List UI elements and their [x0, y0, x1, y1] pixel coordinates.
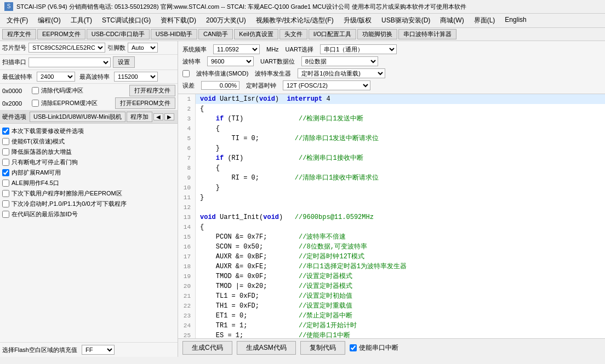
- line-content-2: {: [196, 104, 204, 114]
- main-layout: 芯片型号 STC89C52RC/LE52RC 引脚数 Auto 扫描串口 设置 …: [0, 41, 605, 357]
- line-num-10: 10: [178, 183, 196, 193]
- gen-asm-button[interactable]: 生成ASM代码: [237, 341, 296, 355]
- hw-scroll-right[interactable]: ▶: [164, 113, 174, 120]
- checkbox-3[interactable]: [2, 159, 9, 166]
- enable-interrupt-checkbox[interactable]: [350, 344, 357, 351]
- menu-item-7[interactable]: 升级/版权: [339, 15, 376, 26]
- toolbar-btn-0[interactable]: 程序文件: [2, 29, 36, 39]
- checkbox-0[interactable]: [2, 128, 9, 135]
- menu-item-8[interactable]: USB驱动安装(D): [377, 15, 435, 26]
- min-baud-select[interactable]: 2400: [37, 72, 75, 82]
- toolbar-btn-4[interactable]: CAN助手: [198, 29, 233, 39]
- code-line-1: 1void Uart1_Isr(void) interrupt 4: [178, 94, 605, 104]
- line-content-10: }: [196, 183, 220, 193]
- line-num-8: 8: [178, 163, 196, 173]
- scan-settings-button[interactable]: 设置: [113, 56, 135, 68]
- line-num-14: 14: [178, 222, 196, 232]
- baud-select[interactable]: 9600: [207, 56, 254, 66]
- pin-select[interactable]: Auto: [128, 43, 158, 53]
- code-line-25: 25 ES = 1; //使能串口1中断: [178, 331, 605, 338]
- checkbox-list: 本次下载需要修改硬件选项使能6T(双倍速)模式降低振荡器的放大增益只有断电才可停…: [0, 124, 178, 342]
- code-line-18: 18 AUXR &= 0xFE; //串口1选择定时器1为波特率发生器: [178, 262, 605, 271]
- toolbar-btn-2[interactable]: USB-CDC/串口助手: [87, 29, 150, 39]
- toolbar-btn-8[interactable]: 功能脚切换: [357, 29, 397, 39]
- line-num-11: 11: [178, 193, 196, 203]
- max-baud-label: 最高波特率: [79, 73, 110, 81]
- checkbox-8[interactable]: [2, 211, 9, 218]
- menu-item-3[interactable]: STC调试接口(G): [98, 15, 155, 26]
- checkbox-item-6: 下次下载用户程序时擦除用户EEPROM区: [2, 188, 175, 199]
- menu-item-11[interactable]: English: [500, 15, 530, 26]
- menu-item-0[interactable]: 文件(F): [2, 15, 32, 26]
- line-content-13: void Uart1_Init(void) //9600bps@11.0592M…: [196, 212, 374, 222]
- toolbar-btn-1[interactable]: EEPROM文件: [37, 29, 85, 39]
- code-line-19: 19 TMOD &= 0x0F; //设置定时器模式: [178, 271, 605, 281]
- error-input[interactable]: [201, 81, 239, 90]
- line-content-17: AUXR &= 0xBF; //定时器时钟12T模式: [196, 252, 364, 262]
- scan-select[interactable]: [28, 57, 111, 67]
- line-num-16: 16: [178, 242, 196, 252]
- toolbar-btn-3[interactable]: USB-HID助手: [151, 29, 197, 39]
- checkbox-1[interactable]: [2, 138, 9, 145]
- checkbox-5[interactable]: [2, 180, 9, 187]
- menu-item-2[interactable]: 工具(T): [66, 15, 96, 26]
- menu-item-9[interactable]: 商城(W): [436, 15, 468, 26]
- toolbar-btn-5[interactable]: Keil仿真设置: [234, 29, 278, 39]
- line-num-6: 6: [178, 143, 196, 153]
- smod-checkbox[interactable]: [182, 70, 190, 77]
- line-num-25: 25: [178, 331, 196, 338]
- addr2-label: 0x2000: [2, 100, 30, 107]
- clear-eeprom-label: 清除EEPROM缓冲区: [41, 99, 98, 107]
- hw-tab-2[interactable]: 程序加: [127, 112, 152, 122]
- menu-item-10[interactable]: 界面(L): [470, 15, 500, 26]
- max-baud-select[interactable]: 115200: [114, 72, 158, 82]
- sys-freq-select[interactable]: 11.0592: [213, 44, 260, 54]
- addr1-label: 0x0000: [2, 88, 30, 94]
- clear-eeprom-checkbox[interactable]: [32, 100, 39, 107]
- menu-item-1[interactable]: 编程(O): [33, 15, 65, 26]
- code-line-6: 6 }: [178, 143, 605, 153]
- timer-clk-select[interactable]: 12T (FOSC/12): [283, 80, 370, 90]
- toolbar-btn-9[interactable]: 串口波特率计算器: [398, 29, 456, 39]
- flash-select[interactable]: FF: [82, 345, 115, 355]
- menu-item-6[interactable]: 视频教学/技术论坛/选型(F): [252, 15, 338, 26]
- code-line-23: 23 ET1 = 0; //禁止定时器中断: [178, 311, 605, 321]
- checkbox-7[interactable]: [2, 200, 9, 207]
- open-prog-button[interactable]: 打开程序文件: [129, 85, 175, 96]
- checkbox-4[interactable]: [2, 169, 9, 176]
- toolbar-btn-7[interactable]: I/O口配置工具: [309, 29, 357, 39]
- app-icon: S: [4, 2, 13, 11]
- checkbox-item-4: 内部扩展RAM可用: [2, 167, 175, 178]
- line-num-19: 19: [178, 271, 196, 281]
- uart-select[interactable]: 串口1（通用）: [320, 44, 397, 54]
- menu-item-4[interactable]: 资料下载(D): [156, 15, 201, 26]
- hw-scroll-left[interactable]: ◀: [153, 113, 163, 120]
- line-num-7: 7: [178, 153, 196, 163]
- line-content-14: {: [196, 222, 204, 232]
- data-bits-select[interactable]: 8位数据: [301, 56, 378, 66]
- open-eeprom-button[interactable]: 打开EEPROM文件: [115, 97, 175, 109]
- gen-c-button[interactable]: 生成C代码: [182, 341, 232, 355]
- checkbox-item-7: 下次冷启动时,P1.0/P1.1为0/0才可下载程序: [2, 199, 175, 209]
- checkbox-label-0: 本次下载需要修改硬件选项: [12, 127, 84, 135]
- clear-code-checkbox[interactable]: [32, 87, 39, 94]
- copy-code-button[interactable]: 复制代码: [300, 341, 345, 355]
- line-content-20: TMOD |= 0x20; //设置定时器模式: [196, 281, 352, 291]
- baud-label: 波特率: [182, 57, 201, 66]
- code-line-21: 21 TL1 = 0xFD; //设置定时初始值: [178, 291, 605, 301]
- code-line-8: 8 {: [178, 163, 605, 173]
- checkbox-6[interactable]: [2, 190, 9, 197]
- line-content-24: TR1 = 1; //定时器1开始计时: [196, 321, 357, 331]
- chip-select[interactable]: STC89C52RC/LE52RC: [28, 43, 105, 53]
- baud-gen-select[interactable]: 定时器1(8位自动重载): [298, 68, 385, 78]
- hw-options-label: 硬件选项: [2, 113, 26, 121]
- hw-tab-1[interactable]: USB-Link1D/U8W/U8W-Mini脱机: [30, 112, 125, 122]
- toolbar-btn-6[interactable]: 头文件: [279, 29, 307, 39]
- checkbox-2[interactable]: [2, 148, 9, 155]
- hw-options-bar: 硬件选项 USB-Link1D/U8W/U8W-Mini脱机 程序加 ◀ ▶: [0, 111, 178, 124]
- code-line-11: 11}: [178, 193, 605, 203]
- scan-row: 扫描串口 设置: [0, 55, 178, 70]
- line-content-15: PCON &= 0x7F; //波特率不倍速: [196, 232, 346, 242]
- menu-item-5[interactable]: 200万大奖(U): [202, 15, 250, 26]
- line-num-5: 5: [178, 134, 196, 143]
